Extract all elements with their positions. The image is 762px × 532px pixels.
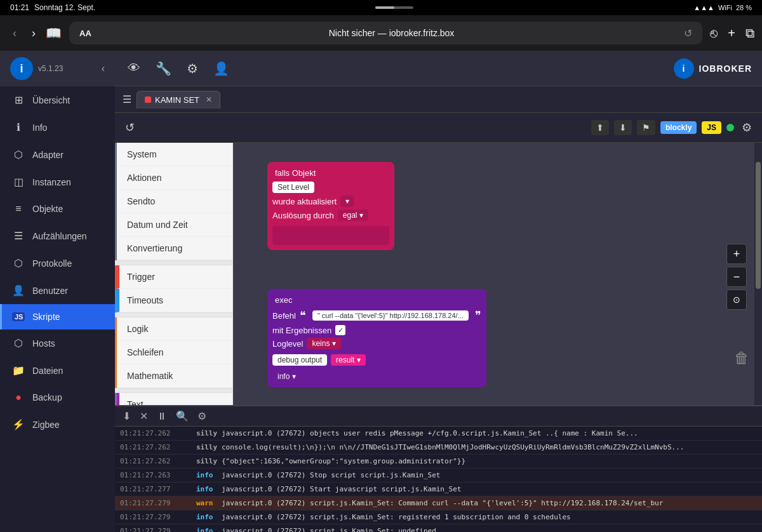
- sidebar-label-aufzahlungen: Aufzählungen: [32, 231, 87, 241]
- zoom-out-button[interactable]: −: [726, 267, 747, 287]
- log-settings-button[interactable]: ⚙: [195, 409, 209, 423]
- sidebar-item-protokolle[interactable]: ⬡ Protokolle: [0, 249, 115, 277]
- sidebar-item-skripte[interactable]: JS Skripte: [0, 304, 115, 329]
- info-label: info ▾: [277, 372, 296, 381]
- dropdown-aktionen[interactable]: Aktionen: [117, 166, 232, 190]
- dropdown-text[interactable]: Text: [117, 393, 232, 405]
- tab-close-button[interactable]: ✕: [206, 95, 212, 104]
- sidebar-collapse-button[interactable]: ‹: [102, 63, 105, 74]
- log-download-button[interactable]: ⬇: [120, 409, 133, 423]
- sidebar-item-backup[interactable]: ● Backup: [0, 384, 115, 411]
- log-filter-button[interactable]: 🔍: [173, 409, 191, 423]
- address-aa[interactable]: AA: [79, 29, 91, 38]
- tab-menu-icon[interactable]: ☰: [123, 93, 131, 105]
- backup-icon: ●: [12, 392, 25, 403]
- sidebar-label-adapter: Adapter: [32, 150, 64, 160]
- active-indicator: [726, 124, 734, 131]
- sidebar-item-instanzen[interactable]: ◫ Instanzen: [0, 168, 115, 196]
- trash-icon[interactable]: 🗑: [734, 349, 749, 367]
- log-level: info: [196, 513, 222, 521]
- bookmarks-button[interactable]: 📖: [46, 24, 62, 43]
- sidebar-label-instanzen: Instanzen: [32, 177, 71, 187]
- log-level: warn: [196, 499, 222, 507]
- wrench-icon[interactable]: 🔧: [153, 58, 174, 79]
- log-pause-button[interactable]: ⏸: [154, 409, 170, 423]
- dropdown-sendto[interactable]: Sendto: [117, 190, 232, 213]
- address-bar[interactable]: AA Nicht sicher — iobroker.fritz.box ↺: [69, 22, 702, 44]
- dropdown-timeouts[interactable]: Timeouts: [117, 289, 232, 312]
- back-button[interactable]: ‹: [8, 24, 22, 43]
- export-button[interactable]: ⬆: [591, 120, 609, 135]
- dropdown-system[interactable]: System: [117, 143, 232, 166]
- vertical-scrollbar[interactable]: [754, 143, 762, 405]
- sidebar-item-adapter[interactable]: ⬡ Adapter: [0, 141, 115, 168]
- scrollbar-thumb[interactable]: [756, 162, 761, 289]
- hosts-icon: ⬡: [12, 337, 25, 349]
- result-block[interactable]: result ▾: [331, 354, 366, 366]
- log-entries: 01:21:27.262 silly javascript.0 (27672) …: [115, 427, 762, 532]
- log-row: 01:21:27.279 warn javascript.0 (27672) s…: [115, 496, 762, 510]
- sidebar-item-benutzer[interactable]: 👤 Benutzer: [0, 277, 115, 304]
- logik-section: Logik Schleifen Mathematik: [115, 317, 232, 388]
- sidebar-item-objekte[interactable]: ≡ Objekte: [0, 196, 115, 222]
- dropdown-mathematik[interactable]: Mathematik: [117, 364, 232, 388]
- sidebar-label-skripte: Skripte: [32, 312, 60, 322]
- wurde-aktualisiert-dropdown[interactable]: ▾: [340, 196, 354, 207]
- dropdown-trigger[interactable]: Trigger: [117, 265, 232, 289]
- instanzen-icon: ◫: [12, 176, 25, 188]
- cmd-value[interactable]: " curl --data "{'level':5}" http://192.1…: [312, 310, 469, 321]
- keins-dropdown[interactable]: keins ▾: [307, 338, 340, 349]
- falls-objekt-block[interactable]: falls Objekt Set Level wurde aktualisier…: [267, 162, 394, 250]
- set-level-input[interactable]: Set Level: [272, 182, 314, 193]
- dropdown-datum-zeit[interactable]: Datum und Zeit: [117, 213, 232, 237]
- settings-icon[interactable]: ⚙: [184, 58, 201, 79]
- log-toolbar: ⬇ ✕ ⏸ 🔍 ⚙: [115, 406, 762, 427]
- reload-button[interactable]: ↺: [684, 27, 692, 39]
- log-timestamp: 01:21:27.263: [120, 471, 196, 479]
- log-row: 01:21:27.262 silly {"object":1636,"owner…: [115, 455, 762, 469]
- zoom-reset-button[interactable]: ⊙: [726, 289, 747, 310]
- share-button[interactable]: ⎋: [710, 26, 718, 41]
- eye-icon[interactable]: 👁: [125, 58, 143, 78]
- log-panel: ⬇ ✕ ⏸ 🔍 ⚙ 01:21:27.262 silly javascript.…: [115, 405, 762, 532]
- kamin-set-tab[interactable]: KAMIN SET ✕: [137, 91, 220, 109]
- sidebar-item-aufzahlungen[interactable]: ☰ Aufzählungen: [0, 222, 115, 249]
- more-options-button[interactable]: ⚙: [739, 118, 754, 137]
- sidebar-item-hosts[interactable]: ⬡ Hosts: [0, 329, 115, 357]
- dropdown-konvertierung[interactable]: Konvertierung: [117, 237, 232, 260]
- adapter-icon: ⬡: [12, 149, 25, 161]
- dropdown-schleifen[interactable]: Schleifen: [117, 341, 232, 364]
- status-signal: ▲▲▲: [693, 4, 714, 11]
- zigbee-icon: ⚡: [12, 418, 25, 430]
- forward-button[interactable]: ›: [27, 24, 41, 43]
- new-tab-button[interactable]: +: [728, 26, 735, 41]
- sidebar-item-ubersicht[interactable]: ⊞ Übersicht: [0, 86, 115, 114]
- flag-button[interactable]: ⚑: [637, 120, 655, 135]
- log-timestamp: 01:21:27.262: [120, 429, 196, 437]
- log-clear-button[interactable]: ✕: [137, 409, 150, 423]
- status-battery: 28 %: [736, 4, 752, 11]
- benutzer-icon: 👤: [12, 284, 25, 296]
- import-button[interactable]: ⬇: [614, 120, 632, 135]
- info-icon: ℹ: [12, 121, 25, 133]
- editor-toolbar: ↺ ⬆ ⬇ ⚑ blockly JS ⚙: [115, 113, 762, 143]
- user-icon[interactable]: 👤: [211, 58, 232, 79]
- mit-ergebnissen-checkbox[interactable]: ✓: [335, 325, 345, 335]
- zoom-in-button[interactable]: +: [726, 244, 747, 264]
- refresh-button[interactable]: ↺: [123, 118, 137, 137]
- sidebar-item-dateien[interactable]: 📁 Dateien: [0, 357, 115, 384]
- sidebar-item-info[interactable]: ℹ Info: [0, 114, 115, 141]
- log-row: 01:21:27.263 info javascript.0 (27672) S…: [115, 469, 762, 482]
- egal-dropdown[interactable]: egal ▾: [338, 209, 368, 221]
- sidebar-item-zigbee[interactable]: ⚡ Zigbee: [0, 411, 115, 438]
- js-badge[interactable]: JS: [702, 121, 721, 134]
- exec-block[interactable]: exec Befehl ❝ " curl --data "{'level':5}…: [267, 289, 486, 387]
- dropdown-logik[interactable]: Logik: [117, 317, 232, 341]
- tab-color-dot: [145, 96, 151, 103]
- log-message: {"object":1636,"ownerGroup":"system.grou…: [222, 457, 757, 465]
- browser-bar: ‹ › 📖 AA Nicht sicher — iobroker.fritz.b…: [0, 15, 762, 51]
- tabs-button[interactable]: ⧉: [745, 26, 754, 41]
- debug-output-input[interactable]: debug output: [272, 354, 327, 366]
- info-block[interactable]: info ▾: [272, 371, 301, 382]
- blockly-badge[interactable]: blockly: [660, 121, 697, 134]
